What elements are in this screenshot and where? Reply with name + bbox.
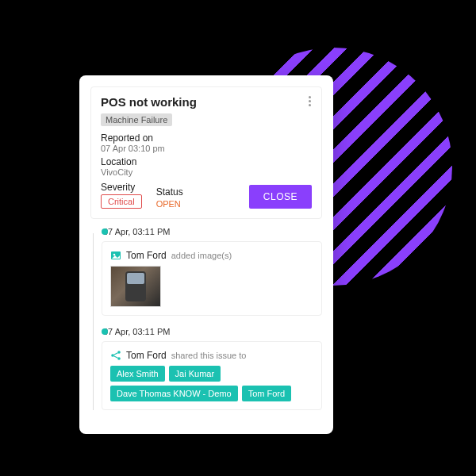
timeline-item: 07 Apr, 03:11 PM Tom Ford shared this is… (102, 327, 322, 410)
actor-name: Tom Ford (126, 350, 167, 361)
timeline-card: Tom Ford added image(s) (102, 241, 322, 316)
timeline-card: Tom Ford shared this issue to Alex Smith… (102, 341, 322, 410)
timeline-dot-icon (102, 328, 108, 335)
category-chip: Machine Failure (101, 113, 172, 126)
timeline-time: 07 Apr, 03:11 PM (103, 327, 322, 336)
issue-title: POS not working (101, 95, 312, 109)
location-value: VivoCity (101, 167, 312, 177)
activity-action: shared this issue to (171, 351, 247, 360)
share-icon (110, 350, 121, 361)
recipient-tag[interactable]: Dave Thomas KNOW - Demo (110, 386, 238, 401)
reported-on-value: 07 Apr 03:10 pm (101, 144, 312, 153)
image-icon (110, 250, 121, 261)
location-label: Location (101, 156, 312, 167)
actor-name: Tom Ford (126, 250, 167, 261)
status-value: OPEN (156, 199, 183, 209)
issue-header: POS not working Machine Failure Reported… (90, 86, 322, 219)
recipient-tag[interactable]: Tom Ford (242, 386, 291, 401)
recipient-tag[interactable]: Alex Smith (110, 366, 165, 382)
timeline-dot-icon (102, 228, 108, 235)
timeline-time: 07 Apr, 03:11 PM (103, 227, 322, 236)
recipient-tags: Alex Smith Jai Kumar Dave Thomas KNOW - … (110, 366, 313, 401)
status-label: Status (156, 186, 183, 198)
attached-image-thumbnail[interactable] (110, 266, 161, 307)
more-menu-button[interactable] (302, 94, 317, 108)
svg-point-2 (117, 351, 121, 354)
activity-action: added image(s) (171, 251, 232, 260)
svg-point-1 (113, 254, 116, 256)
issue-card: POS not working Machine Failure Reported… (79, 75, 333, 434)
svg-point-3 (111, 354, 114, 357)
severity-badge: Critical (101, 194, 142, 209)
recipient-tag[interactable]: Jai Kumar (169, 366, 221, 382)
reported-on-label: Reported on (101, 132, 312, 144)
close-button[interactable]: CLOSE (249, 185, 312, 209)
activity-timeline: 07 Apr, 03:11 PM Tom Ford added image(s)… (90, 227, 322, 410)
svg-point-4 (117, 357, 121, 360)
timeline-item: 07 Apr, 03:11 PM Tom Ford added image(s) (102, 227, 322, 316)
severity-label: Severity (101, 182, 142, 193)
